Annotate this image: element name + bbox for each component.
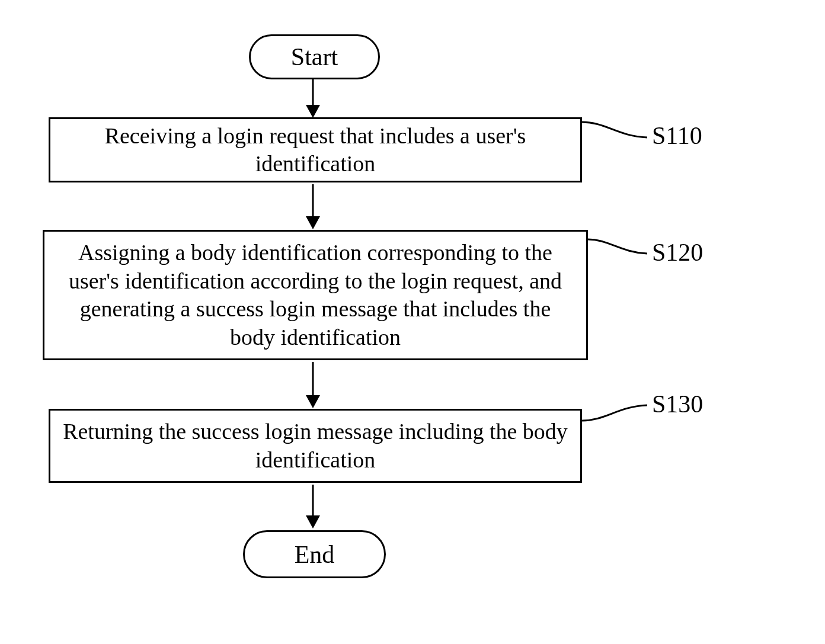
label-s110: S110 [652, 121, 702, 150]
svg-marker-1 [306, 105, 320, 118]
label-s130: S130 [652, 390, 703, 418]
start-label: Start [291, 43, 338, 71]
leader-s120 [588, 237, 653, 267]
process-s110: Receiving a login request that includes … [49, 117, 582, 182]
svg-marker-7 [306, 515, 320, 528]
process-s120-text: Assigning a body identification correspo… [56, 239, 574, 351]
svg-marker-5 [306, 395, 320, 408]
start-terminator: Start [249, 34, 380, 79]
arrow-s120-to-s130 [308, 362, 320, 411]
arrow-s130-to-end [308, 485, 320, 532]
end-terminator: End [243, 530, 386, 578]
svg-marker-3 [306, 216, 320, 229]
flowchart-canvas: Start Receiving a login request that inc… [0, 0, 825, 644]
process-s130-text: Returning the success login message incl… [62, 418, 568, 474]
end-label: End [295, 540, 335, 569]
leader-s110 [582, 118, 653, 154]
process-s120: Assigning a body identification correspo… [43, 230, 588, 360]
arrow-s110-to-s120 [308, 184, 320, 232]
process-s110-text: Receiving a login request that includes … [62, 122, 568, 178]
process-s130: Returning the success login message incl… [49, 409, 582, 483]
arrow-start-to-s110 [308, 78, 320, 119]
label-s120: S120 [652, 238, 703, 267]
leader-s130 [582, 403, 653, 432]
